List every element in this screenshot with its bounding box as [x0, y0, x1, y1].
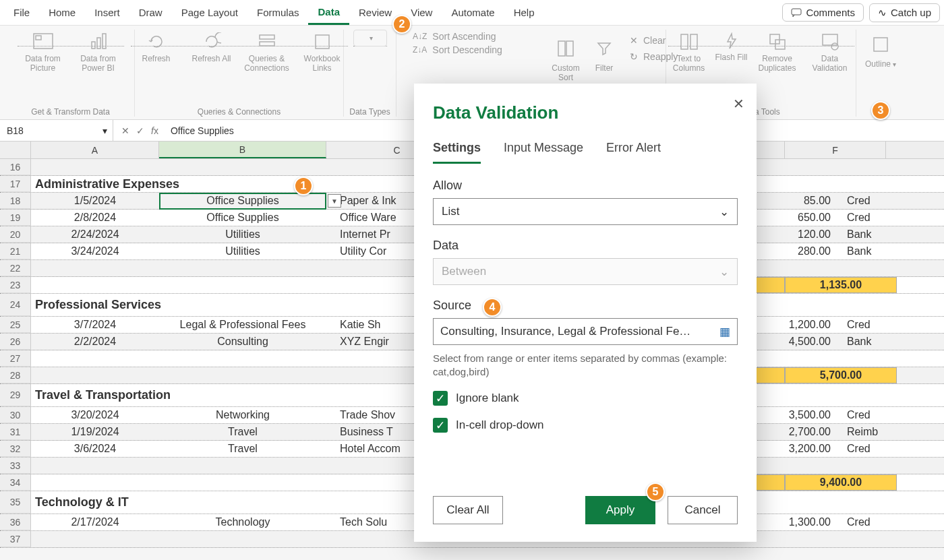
row-header[interactable]: 30 [0, 407, 31, 423]
tab-settings[interactable]: Settings [433, 141, 481, 164]
menu-insert[interactable]: Insert [85, 0, 129, 25]
apply-button[interactable]: Apply [585, 496, 655, 524]
cell[interactable] [31, 159, 159, 175]
cell[interactable]: Bank [843, 226, 944, 243]
cell[interactable]: Utilities [159, 226, 326, 243]
remove-duplicates-button[interactable]: Remove Duplicates [753, 30, 802, 46]
cell[interactable]: Office Supplies [159, 210, 326, 226]
cell[interactable]: Networking [159, 407, 326, 423]
data-types-gallery[interactable] [353, 30, 387, 46]
row-header[interactable]: 28 [0, 367, 31, 383]
cell[interactable]: 3/6/2024 [31, 441, 159, 457]
cell[interactable] [31, 531, 159, 547]
cell[interactable] [159, 159, 326, 175]
cell[interactable]: 2/17/2024 [31, 514, 159, 530]
cell[interactable]: 2/2/2024 [31, 334, 159, 350]
flash-fill-button[interactable]: Flash Fill [714, 30, 749, 46]
cell[interactable]: Cred [843, 407, 944, 423]
menu-file[interactable]: File [4, 0, 39, 25]
cell[interactable] [159, 260, 326, 276]
cell[interactable]: 1,300.00 [758, 514, 843, 530]
row-header[interactable]: 20 [0, 226, 31, 243]
row-header[interactable]: 31 [0, 424, 31, 440]
row-header[interactable]: 34 [0, 474, 31, 491]
cell-dropdown-caret[interactable]: ▼ [328, 194, 341, 208]
cell[interactable]: Bank [843, 334, 944, 350]
row-header[interactable]: 35 [0, 491, 31, 514]
reapply-button[interactable]: ↻Reapply [626, 50, 682, 63]
cell[interactable]: 280.00 [758, 243, 843, 259]
clear-all-button[interactable]: Clear All [433, 496, 503, 524]
sort-descending-button[interactable]: Z↓A Sort Descending [409, 43, 506, 57]
menu-formulas[interactable]: Formulas [247, 0, 309, 25]
ignore-blank-checkbox[interactable]: ✓ Ignore blank [433, 391, 738, 406]
cell[interactable]: Travel [159, 441, 326, 457]
row-header[interactable]: 21 [0, 243, 31, 259]
row-header[interactable]: 16 [0, 159, 31, 175]
allow-select[interactable]: List ⌄ [433, 198, 738, 225]
row-header[interactable]: 19 [0, 210, 31, 226]
tab-input-message[interactable]: Input Message [504, 141, 583, 164]
cell[interactable]: 1/5/2024 [31, 193, 159, 209]
cell[interactable]: 2,700.00 [758, 424, 843, 440]
col-header-f[interactable]: F [785, 142, 886, 158]
accept-formula-icon[interactable]: ✓ [136, 125, 144, 136]
cell[interactable]: 3/7/2024 [31, 317, 159, 333]
menu-home[interactable]: Home [39, 0, 85, 25]
menu-data[interactable]: Data [308, 0, 349, 25]
refresh-all-button[interactable]: Refresh All [186, 30, 237, 46]
cell[interactable]: Technology [159, 514, 326, 530]
cell[interactable]: 650.00 [758, 210, 843, 226]
tab-error-alert[interactable]: Error Alert [606, 141, 661, 164]
row-header[interactable]: 26 [0, 334, 31, 350]
filter-button[interactable]: Filter [588, 34, 620, 85]
row-header[interactable]: 37 [0, 531, 31, 547]
cell[interactable]: Reimb [843, 424, 944, 440]
cell[interactable] [758, 458, 843, 474]
row-header[interactable]: 17 [0, 176, 31, 192]
menu-draw[interactable]: Draw [129, 0, 172, 25]
cell[interactable] [31, 350, 159, 367]
cancel-button[interactable]: Cancel [668, 496, 738, 524]
custom-sort-button[interactable]: Custom Sort [546, 34, 585, 85]
data-from-powerbi-button[interactable]: Data from Power BI [73, 30, 124, 46]
cell[interactable] [159, 531, 326, 547]
cell[interactable] [843, 260, 944, 276]
cell[interactable] [843, 159, 944, 175]
col-header-b[interactable]: B [159, 142, 326, 158]
comments-button[interactable]: Comments [782, 3, 864, 22]
cell[interactable]: 2/8/2024 [31, 210, 159, 226]
cell[interactable]: 1,200.00 [758, 317, 843, 333]
sort-ascending-button[interactable]: A↓Z Sort Ascending [409, 30, 500, 43]
data-from-picture-button[interactable]: Data from Picture [18, 30, 69, 46]
cell[interactable]: Legal & Professional Fees [159, 317, 326, 333]
row-header[interactable]: 22 [0, 260, 31, 276]
cell[interactable] [758, 159, 843, 175]
cell[interactable] [758, 260, 843, 276]
cell[interactable]: 120.00 [758, 226, 843, 243]
row-header[interactable]: 32 [0, 441, 31, 457]
row-header[interactable]: 33 [0, 458, 31, 474]
cell[interactable]: Utilities [159, 243, 326, 259]
source-input[interactable]: Consulting, Insurance, Legal & Professio… [433, 318, 738, 345]
cell[interactable]: Cred [843, 514, 944, 530]
cell[interactable]: 1/19/2024 [31, 424, 159, 440]
clear-button[interactable]: ✕Clear [626, 34, 682, 47]
refresh-button[interactable]: Refresh [131, 30, 182, 46]
close-icon[interactable]: ✕ [733, 96, 744, 112]
incell-dropdown-checkbox[interactable]: ✓ In-cell drop-down [433, 418, 738, 433]
cell[interactable]: Cred [843, 210, 944, 226]
fx-icon[interactable]: fx [151, 125, 158, 136]
row-header[interactable]: 18 [0, 193, 31, 209]
name-box[interactable]: B18 ▾ [0, 120, 113, 141]
row-header[interactable]: 36 [0, 514, 31, 530]
cell[interactable]: 3,500.00 [758, 407, 843, 423]
cell[interactable]: Consulting [159, 334, 326, 350]
cell[interactable]: 3,200.00 [758, 441, 843, 457]
row-header[interactable]: 23 [0, 277, 31, 293]
row-header[interactable]: 25 [0, 317, 31, 333]
col-header-a[interactable]: A [31, 142, 159, 158]
cell[interactable] [31, 260, 159, 276]
cell[interactable]: Bank [843, 243, 944, 259]
cell[interactable]: 3/20/2024 [31, 407, 159, 423]
